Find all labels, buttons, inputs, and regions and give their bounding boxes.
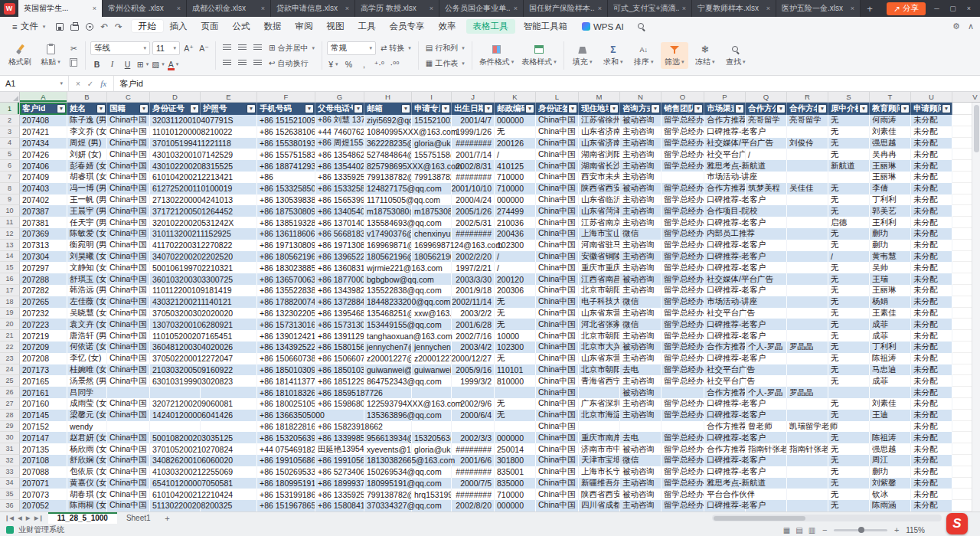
cell-O11[interactable]: 留学总经办 xyxy=(662,217,704,228)
cell-C3[interactable]: China中国 xyxy=(107,126,150,138)
cell-T15[interactable]: 吴帅 xyxy=(870,262,911,273)
cell-A35[interactable]: 207073 xyxy=(20,489,67,500)
cell-T12[interactable]: 蒯玏 xyxy=(870,228,911,240)
cell-H10[interactable]: m18753080@163.com xyxy=(364,205,412,217)
cell-I24[interactable]: guiwanwei xyxy=(412,364,452,376)
cell-P13[interactable]: 口碑推荐-老客户 xyxy=(704,240,746,251)
cell-J16[interactable]: 2003/3/30 xyxy=(452,273,495,285)
cell-H32[interactable]: 18130382665@163.com xyxy=(364,455,412,466)
row-header-35[interactable]: 35 xyxy=(0,489,20,500)
cell-B35[interactable]: 胡春琪 (女) xyxy=(67,489,107,500)
cell-P34[interactable]: 雅思考点-新航道 xyxy=(704,478,746,489)
cell-U17[interactable]: 未分配 xyxy=(911,285,952,296)
cell-G26[interactable]: +86 18595187726 xyxy=(315,387,364,398)
cell-G8[interactable]: +86 15332585003 xyxy=(315,183,364,194)
cell-S12[interactable]: 无 xyxy=(828,228,870,240)
search-button[interactable] xyxy=(632,21,652,32)
cell-O7[interactable] xyxy=(662,172,704,183)
cell-C29[interactable] xyxy=(107,421,150,433)
cell-M32[interactable]: 天津市宝坻区 xyxy=(579,455,620,466)
cell-M2[interactable]: 江苏省徐州市 xyxy=(579,115,620,126)
cell-F17[interactable]: +86 13552283811 xyxy=(257,285,315,296)
cell-F15[interactable]: +86 18302388569 xyxy=(257,262,315,273)
cell-H33[interactable]: 150269534@qq.com xyxy=(364,466,412,478)
cell-L31[interactable]: China中国 xyxy=(536,443,579,455)
cell-A29[interactable]: 207152 xyxy=(20,421,67,433)
cell-R25[interactable] xyxy=(787,375,828,387)
row-header-25[interactable]: 25 xyxy=(0,375,20,387)
cell-T2[interactable]: 何雨涛 xyxy=(870,115,911,126)
cell-L7[interactable]: China中国 xyxy=(536,172,579,183)
cell-N33[interactable]: 被动咨询 xyxy=(620,466,662,478)
cell-H5[interactable]: 527484864@qq.com xyxy=(364,149,412,160)
row-header-26[interactable]: 26 xyxy=(0,387,20,398)
cell-I19[interactable]: xxw@163.com xyxy=(412,308,452,319)
cell-G2[interactable]: +86 刘慧 13705221 xyxy=(315,115,364,126)
cell-G7[interactable]: +86 13359257069 xyxy=(315,172,364,183)
cell-R1[interactable]: 合作方名称▼ xyxy=(787,103,828,115)
cell-J4[interactable]: ######## xyxy=(452,138,495,149)
cell-G13[interactable]: +86 19713080905 xyxy=(315,240,364,251)
cell-H1[interactable]: 邮箱▼ xyxy=(364,103,412,115)
cell-R5[interactable] xyxy=(787,149,828,160)
restore-icon[interactable]: ▢ xyxy=(948,5,958,12)
cell-K4[interactable]: 200126 xyxy=(495,138,536,149)
cell-P33[interactable]: 口碑推荐-老客户 xyxy=(704,466,746,478)
cell-B25[interactable]: 汤景然 (男) xyxy=(67,375,107,387)
cell-M23[interactable]: 山东省东营市 xyxy=(579,353,620,364)
cell-N24[interactable]: 去电 xyxy=(620,364,662,376)
cell-U7[interactable]: 未分配 xyxy=(911,172,952,183)
cell-P2[interactable]: 合作方推荐 xyxy=(704,115,746,126)
cell-T5[interactable]: 吴冉冉 xyxy=(870,149,911,160)
cell-A18[interactable]: 207265 xyxy=(20,296,67,308)
zoom-in-icon[interactable]: + xyxy=(893,525,900,534)
cell-M27[interactable]: 广东省深圳市 xyxy=(579,398,620,410)
cell-S25[interactable]: 无 xyxy=(828,375,870,387)
cell-S36[interactable]: 无 xyxy=(828,500,870,511)
cell-K21[interactable]: 10000 xyxy=(495,330,536,342)
first-sheet-icon[interactable]: ❙◀ xyxy=(5,515,14,521)
last-sheet-icon[interactable]: ▶❙ xyxy=(34,515,44,521)
cell-J21[interactable]: 2002/7/16 xyxy=(452,330,495,342)
cell-K29[interactable] xyxy=(495,421,536,433)
cell-R14[interactable] xyxy=(787,251,828,263)
sum-button[interactable]: Σ求和▾ xyxy=(599,42,627,69)
cell-A16[interactable]: 207288 xyxy=(20,273,67,285)
file-tab[interactable]: 宁夏教师样本.xlsx× xyxy=(692,0,776,17)
cell-S13[interactable]: 无 xyxy=(828,240,870,251)
cell-K35[interactable]: 710000 xyxy=(495,489,536,500)
cell-I2[interactable]: 151521001@qq.com xyxy=(412,115,452,126)
cell-O22[interactable]: 留学总经办 xyxy=(662,342,704,353)
align-top-icon[interactable] xyxy=(220,42,234,54)
cell-O2[interactable]: 留学总经办 xyxy=(662,115,704,126)
cell-U14[interactable]: 未分配 xyxy=(911,251,952,263)
cell-P31[interactable]: 合作方推荐 xyxy=(704,443,746,455)
cell-J1[interactable]: 出生日期▼ xyxy=(452,103,495,115)
row-header-2[interactable]: 2 xyxy=(0,115,20,126)
rows-columns-button[interactable]: ▤行和列▾ xyxy=(423,42,467,54)
cell-C25[interactable]: China中国 xyxy=(107,375,150,387)
cell-H13[interactable]: 169969871@qq.com xyxy=(364,240,412,251)
cell-N7[interactable]: 主动咨询 xyxy=(620,172,662,183)
filter-dropdown-icon[interactable]: ▼ xyxy=(901,105,909,113)
cell-I1[interactable]: 申请专用邮箱▼ xyxy=(412,103,452,115)
cell-N28[interactable]: 主动咨询 xyxy=(620,410,662,421)
name-box[interactable]: A1▾ xyxy=(0,76,69,91)
cell-A34[interactable]: 207071 xyxy=(20,478,67,489)
cell-B16[interactable]: 舒琪玉 (女) xyxy=(67,273,107,285)
cell-K22[interactable]: 102300 xyxy=(495,342,536,353)
horizontal-scrollbar[interactable] xyxy=(712,515,942,521)
cell-B7[interactable]: 胡睿琪 (女) xyxy=(67,172,107,183)
cell-B14[interactable]: 刘昊曦 (女) xyxy=(67,251,107,263)
cell-K17[interactable]: 200306 xyxy=(495,285,536,296)
close-tab-icon[interactable]: × xyxy=(345,5,349,12)
cell-H3[interactable]: 10840995XXX@163.com xyxy=(364,126,412,138)
cell-A4[interactable]: 207434 xyxy=(20,138,67,149)
cell-P28[interactable]: 口碑推荐-老客户 xyxy=(704,410,746,421)
cell-I31[interactable]: gloria@uk.edu xyxy=(412,443,452,455)
cell-G11[interactable]: +86 13701409481 xyxy=(315,217,364,228)
filter-dropdown-icon[interactable]: ▼ xyxy=(736,105,743,113)
cell-J28[interactable]: 2000/6/4 xyxy=(452,410,495,421)
cell-G1[interactable]: 父母电话号码▼ xyxy=(315,103,364,115)
cell-C11[interactable]: China中国 xyxy=(107,217,150,228)
